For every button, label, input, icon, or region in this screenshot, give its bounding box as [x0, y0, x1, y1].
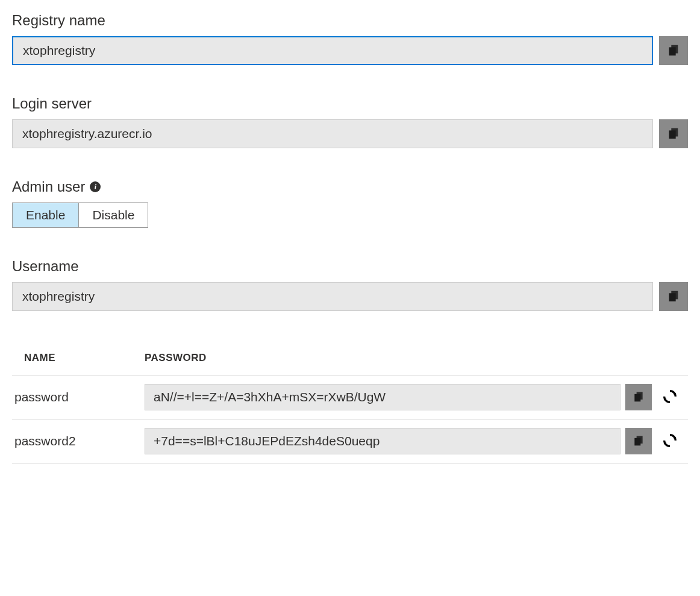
admin-user-label: Admin user i [12, 178, 688, 195]
username-group: Username [12, 258, 688, 311]
registry-name-label: Registry name [12, 12, 688, 29]
copy-username-button[interactable] [659, 282, 688, 311]
copy-icon [667, 43, 680, 58]
svg-rect-1 [669, 47, 676, 55]
username-row [12, 282, 688, 311]
copy-icon [633, 391, 645, 404]
header-name: NAME [12, 341, 145, 375]
enable-button[interactable]: Enable [13, 203, 79, 227]
username-label: Username [12, 258, 688, 275]
copy-icon [667, 127, 680, 142]
copy-password2-button[interactable] [625, 428, 652, 454]
registry-name-row [12, 36, 688, 65]
registry-name-group: Registry name [12, 12, 688, 65]
copy-registry-name-button[interactable] [659, 36, 688, 65]
copy-icon [667, 289, 680, 304]
copy-login-server-button[interactable] [659, 119, 688, 148]
copy-icon [633, 434, 645, 448]
username-input[interactable] [12, 282, 653, 311]
password-table: NAME PASSWORD password [12, 341, 688, 463]
refresh-icon [661, 432, 678, 451]
header-password: PASSWORD [145, 341, 625, 375]
svg-rect-5 [669, 293, 676, 301]
admin-user-group: Admin user i Enable Disable [12, 178, 688, 228]
login-server-group: Login server [12, 95, 688, 148]
table-row: password2 [12, 419, 688, 463]
regenerate-password-button[interactable] [657, 384, 683, 410]
info-icon[interactable]: i [90, 181, 101, 192]
table-row: password [12, 375, 688, 419]
password-input[interactable] [145, 384, 620, 410]
password2-row-name: password2 [12, 419, 145, 463]
admin-user-toggle: Enable Disable [12, 202, 148, 228]
svg-rect-3 [669, 130, 676, 139]
copy-password-button[interactable] [625, 384, 652, 410]
svg-rect-7 [634, 394, 640, 401]
admin-user-label-text: Admin user [12, 178, 85, 195]
regenerate-password2-button[interactable] [657, 428, 683, 454]
svg-rect-9 [634, 438, 640, 445]
password2-input[interactable] [145, 428, 620, 454]
login-server-row [12, 119, 688, 148]
registry-name-input[interactable] [12, 36, 653, 65]
login-server-input[interactable] [12, 119, 653, 148]
refresh-icon [661, 388, 678, 407]
password-row-name: password [12, 375, 145, 419]
login-server-label: Login server [12, 95, 688, 112]
disable-button[interactable]: Disable [79, 203, 148, 227]
